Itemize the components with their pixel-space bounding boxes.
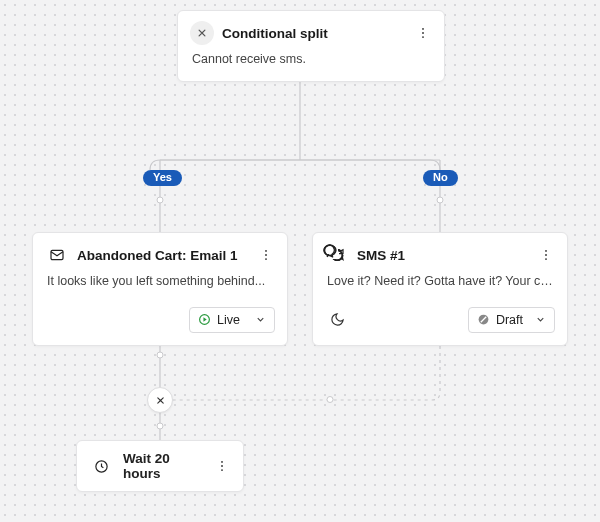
svg-point-7 — [422, 36, 424, 38]
chevron-down-icon — [255, 314, 266, 325]
svg-point-5 — [422, 28, 424, 30]
svg-point-14 — [545, 250, 547, 252]
svg-point-4 — [157, 423, 163, 429]
svg-point-6 — [422, 32, 424, 34]
merge-icon — [154, 394, 167, 407]
flow-canvas[interactable]: Conditional split Cannot receive sms. Ye… — [0, 0, 600, 522]
split-condition-text: Cannot receive sms. — [178, 51, 444, 81]
email-icon — [45, 243, 69, 267]
merge-node[interactable] — [147, 387, 173, 413]
svg-point-19 — [221, 461, 223, 463]
wait-card[interactable]: Wait 20 hours — [76, 440, 244, 492]
wait-title: Wait 20 hours — [123, 451, 203, 481]
play-circle-icon — [198, 313, 211, 326]
card-title: Abandoned Cart: Email 1 — [77, 248, 249, 263]
clock-icon — [89, 457, 113, 475]
kebab-menu[interactable] — [414, 24, 432, 42]
status-dropdown-draft[interactable]: Draft — [468, 307, 555, 333]
chevron-down-icon — [535, 314, 546, 325]
quiet-hours-icon — [325, 311, 349, 329]
draft-slash-icon — [477, 313, 490, 326]
svg-point-9 — [265, 250, 267, 252]
status-dropdown-live[interactable]: Live — [189, 307, 275, 333]
branch-pill-no[interactable]: No — [423, 170, 458, 186]
conditional-split-card[interactable]: Conditional split Cannot receive sms. — [177, 10, 445, 82]
svg-point-16 — [545, 258, 547, 260]
split-icon — [190, 21, 214, 45]
email-preview-text: It looks like you left something behind.… — [33, 273, 287, 303]
card-title: SMS #1 — [357, 248, 529, 263]
sms-card[interactable]: SMS #1 Love it? Need it? Gotta have it? … — [312, 232, 568, 346]
status-label: Draft — [496, 313, 523, 327]
branch-pill-yes[interactable]: Yes — [143, 170, 182, 186]
svg-point-0 — [157, 197, 163, 203]
chat-bubble-icon — [322, 243, 338, 262]
svg-point-10 — [265, 254, 267, 256]
svg-point-21 — [221, 469, 223, 471]
kebab-menu[interactable] — [257, 246, 275, 264]
kebab-menu[interactable] — [213, 457, 231, 475]
email-card[interactable]: Abandoned Cart: Email 1 It looks like yo… — [32, 232, 288, 346]
svg-point-15 — [545, 254, 547, 256]
status-label: Live — [217, 313, 243, 327]
svg-point-3 — [327, 397, 333, 403]
sms-preview-text: Love it? Need it? Gotta have it? Your ca… — [313, 273, 567, 303]
svg-point-11 — [265, 258, 267, 260]
svg-point-1 — [437, 197, 443, 203]
card-title: Conditional split — [222, 26, 406, 41]
kebab-menu[interactable] — [537, 246, 555, 264]
svg-point-2 — [157, 352, 163, 358]
svg-point-20 — [221, 465, 223, 467]
